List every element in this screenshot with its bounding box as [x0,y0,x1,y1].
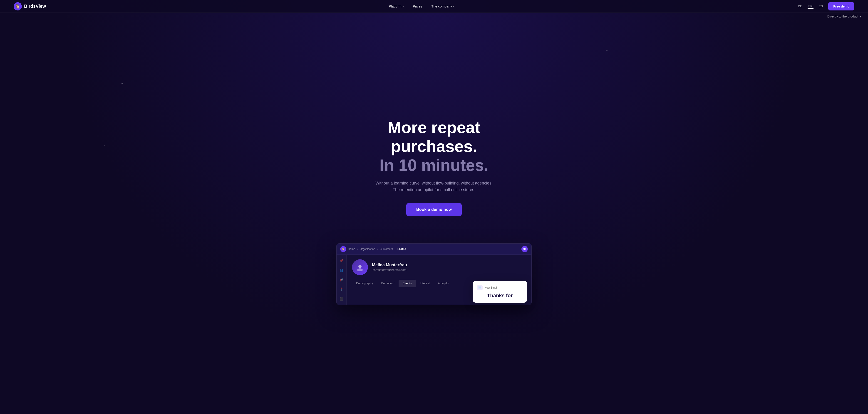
breadcrumb-home[interactable]: Home [348,247,355,250]
breadcrumb-sep-2: › [377,247,378,250]
breadcrumb-sep-3: › [395,247,396,250]
nav-prices[interactable]: Prices [413,4,423,8]
hero-title: More repeat purchases. In 10 minutes. [354,118,514,175]
banner-chevron-icon: ▾ [860,14,861,18]
tab-interest[interactable]: Interest [416,280,434,287]
navbar-right: DE EN ES Free demo [797,2,855,10]
nav-links: Platform ▾ Prices The company ▾ [389,4,454,8]
logo-text: BirdsView [24,4,46,9]
lang-en[interactable]: EN [808,4,813,9]
sidebar-icon-location[interactable]: 📍 [338,286,345,292]
profile-info: Melina Musterfrau m.musterfrau@email.com [372,263,407,271]
nav-company[interactable]: The company ▾ [431,4,454,8]
hero-subtitle: Without a learning curve, without flow-b… [375,180,493,193]
top-banner[interactable]: Directly to the product ▾ [820,13,868,20]
svg-point-1 [357,268,363,271]
platform-chevron-icon: ▾ [403,5,404,7]
tab-behaviour[interactable]: Behaviour [377,280,399,287]
user-avatar: MT [521,246,528,252]
navbar: 🦉 BirdsView Platform ▾ Prices The compan… [0,0,868,13]
tab-autopilot[interactable]: Autopilot [434,280,454,287]
email-popup-title: Thanks for [477,293,523,299]
hero-title-line1: More repeat purchases. [354,118,514,156]
profile-avatar [352,259,368,275]
banner-label: Directly to the product [827,14,858,18]
decorative-dot [607,50,608,51]
sidebar-icon-users[interactable]: 👥 [338,267,345,273]
app-topbar: 🦉 Home › Organisation › Customers › Prof… [337,244,531,255]
free-demo-button[interactable]: Free demo [828,2,855,10]
profile-name: Melina Musterfrau [372,263,407,267]
hero-title-line2: In 10 minutes. [354,156,514,175]
tab-demography[interactable]: Demography [352,280,377,287]
profile-email: m.musterfrau@email.com [372,268,407,271]
email-popup: ✉️ New Email Thanks for [473,281,527,303]
profile-header: Melina Musterfrau m.musterfrau@email.com [352,259,526,275]
logo-icon: 🦉 [13,2,22,10]
breadcrumb-profile[interactable]: Profile [397,247,406,250]
nav-platform[interactable]: Platform ▾ [389,4,404,8]
app-sidebar: 📌 👥 📢 📍 ⬛ [337,255,347,305]
email-icon: ✉️ [477,285,483,290]
app-logo-small: 🦉 [340,246,346,252]
sidebar-icon-box[interactable]: ⬛ [338,296,345,302]
svg-point-0 [359,265,362,268]
sidebar-icon-megaphone[interactable]: 📢 [338,276,345,283]
lang-de[interactable]: DE [797,4,803,8]
lang-es[interactable]: ES [818,4,824,8]
tab-events[interactable]: Events [399,280,416,287]
company-chevron-icon: ▾ [453,5,454,7]
email-popup-header: ✉️ New Email [477,285,523,290]
breadcrumb-sep-1: › [357,247,358,250]
app-preview-wrapper: 🦉 Home › Organisation › Customers › Prof… [336,230,532,305]
sidebar-icon-bookmark[interactable]: 📌 [338,258,345,264]
email-popup-label: New Email [485,286,497,289]
book-demo-button[interactable]: Book a demo now [406,203,462,216]
hero-section: More repeat purchases. In 10 minutes. Wi… [0,0,868,414]
breadcrumb-org[interactable]: Organisation [360,247,375,250]
breadcrumb-customers[interactable]: Customers [380,247,393,250]
logo[interactable]: 🦉 BirdsView [13,2,46,10]
